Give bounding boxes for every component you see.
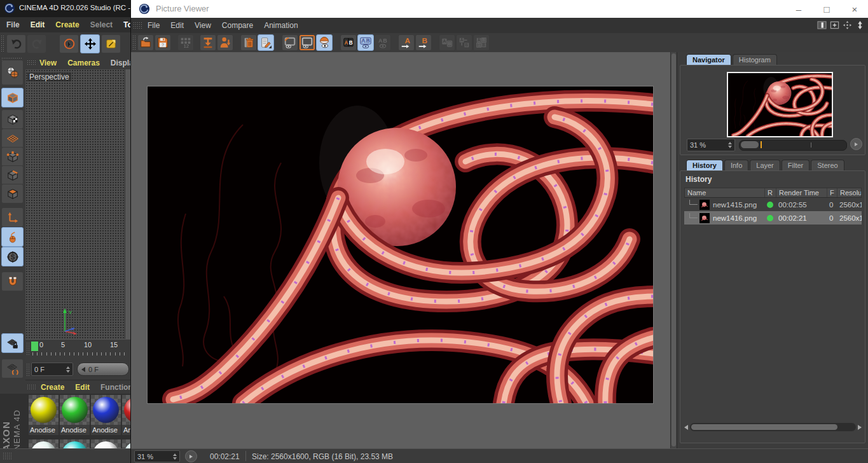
fullscreen-view-button[interactable]	[282, 34, 298, 51]
panel-move-icon[interactable]	[843, 20, 852, 30]
snap-workplane-button[interactable]	[1, 359, 24, 378]
frame-number-field[interactable]: 0 F	[31, 363, 73, 376]
menu-file[interactable]: File	[148, 21, 160, 30]
menu-view[interactable]: View	[195, 21, 211, 30]
menu-create[interactable]: Create	[55, 20, 79, 29]
panel-add-icon[interactable]	[830, 20, 839, 30]
column-header-name[interactable]: Name	[685, 188, 765, 197]
enable-axis-button[interactable]	[1, 207, 24, 227]
hscroll-left-arrow[interactable]	[684, 425, 688, 430]
menu-file[interactable]: File	[6, 20, 20, 29]
minimize-button[interactable]: –	[785, 0, 813, 18]
viewport-menu-grip[interactable]	[27, 60, 36, 66]
menu-edit[interactable]: Edit	[31, 20, 45, 29]
texture-mode-button[interactable]	[1, 109, 24, 129]
toolbar-grip[interactable]	[1, 35, 5, 53]
material-tile[interactable]	[91, 439, 121, 448]
viewport-solo-button[interactable]	[1, 227, 24, 247]
swap-ab-button[interactable]: AB	[439, 34, 455, 51]
pv-toolbar-grip[interactable]	[132, 35, 136, 50]
delete-image-button[interactable]	[240, 34, 257, 51]
pv-titlebar[interactable]: Picture Viewer –□×	[131, 0, 868, 18]
menu-animation[interactable]: Animation	[264, 21, 298, 30]
material-tile[interactable]	[122, 439, 130, 448]
points-mode-button[interactable]	[1, 147, 24, 167]
edit-layers-button[interactable]	[258, 34, 274, 51]
history-hscrollbar[interactable]	[684, 422, 862, 432]
lock-workplane-button[interactable]	[1, 333, 24, 353]
tab-stereo[interactable]: Stereo	[811, 160, 844, 171]
save-image-button[interactable]: ?	[155, 34, 171, 51]
timeline-marker[interactable]	[31, 342, 38, 351]
world-coordinates-button[interactable]	[1, 60, 24, 85]
status-zoom-field[interactable]: 31 %	[134, 450, 180, 462]
workplane-mode-button[interactable]	[1, 128, 24, 148]
menu-select[interactable]: Select	[90, 20, 113, 29]
magnet-tool-button[interactable]	[1, 272, 24, 291]
live-selection-button[interactable]	[59, 34, 79, 53]
timeline-grip[interactable]	[26, 342, 30, 356]
material-tile[interactable]: Anodise	[29, 395, 59, 435]
compare-frame-button[interactable]	[299, 34, 315, 51]
set-image-b-button[interactable]: B	[415, 34, 432, 51]
maximize-button[interactable]: □	[813, 0, 841, 18]
menu-edit[interactable]: Edit	[75, 383, 90, 392]
column-header-resolution[interactable]: Resolution	[837, 188, 861, 197]
enable-snap-button[interactable]: S	[1, 247, 24, 266]
polygons-mode-button[interactable]	[1, 184, 24, 204]
material-tile[interactable]: Anodise	[91, 395, 121, 435]
model-mode-button[interactable]	[1, 88, 24, 107]
link-ab-button[interactable]: AB	[456, 34, 472, 51]
navigator-zoom-field[interactable]: 31 %	[687, 139, 735, 151]
viewport-canvas[interactable]: Perspective Y	[25, 69, 125, 339]
edges-mode-button[interactable]	[1, 165, 24, 185]
compare-ab-wipe-button[interactable]: AB	[357, 34, 374, 51]
scale-tool-button[interactable]	[101, 34, 121, 53]
panel-resize-icon[interactable]	[855, 20, 865, 30]
rendered-image[interactable]	[148, 86, 653, 403]
tab-info[interactable]: Info	[724, 160, 748, 171]
goto-first-image-button[interactable]	[200, 34, 216, 51]
menu-display[interactable]: Display	[111, 59, 130, 67]
compare-ab-button[interactable]: AB	[340, 34, 357, 51]
material-tile[interactable]: Anodise	[60, 395, 90, 435]
timeline-ruler[interactable]: 051015	[25, 339, 130, 359]
move-tool-button[interactable]	[80, 34, 100, 53]
menu-view[interactable]: View	[39, 59, 57, 67]
history-row[interactable]: new1415.png00:02:5502560x1600	[684, 198, 862, 211]
material-tile[interactable]	[29, 439, 59, 448]
sequence-ab-button[interactable]: AB1B	[473, 34, 490, 51]
menu-edit[interactable]: Edit	[170, 21, 184, 30]
hscroll-right-arrow[interactable]	[858, 425, 862, 430]
fields-grip[interactable]	[26, 363, 30, 376]
open-file-button[interactable]	[137, 34, 154, 51]
menu-create[interactable]: Create	[41, 383, 64, 392]
set-image-a-button[interactable]: A	[398, 34, 415, 51]
material-tile[interactable]: Anodise	[122, 395, 130, 435]
tab-navigator[interactable]: Navigator	[686, 54, 731, 66]
material-menu-grip[interactable]	[27, 384, 36, 390]
menu-compare[interactable]: Compare	[222, 21, 253, 30]
statusbar-grip[interactable]	[3, 452, 13, 460]
menu-cameras[interactable]: Cameras	[67, 59, 100, 67]
tab-layer[interactable]: Layer	[750, 160, 780, 171]
menu-tools[interactable]: Tools	[123, 20, 130, 29]
goto-last-image-button[interactable]	[217, 34, 233, 51]
status-play-button[interactable]	[185, 450, 197, 462]
navigator-expand-button[interactable]	[850, 138, 862, 150]
compare-ab-off-button[interactable]: AB	[375, 34, 391, 51]
history-row[interactable]: new1416.png00:02:2102560x1600	[684, 211, 862, 225]
undo-button[interactable]	[6, 34, 26, 53]
playhead-slider[interactable]: 0 F	[77, 363, 129, 376]
material-tile[interactable]	[60, 439, 90, 448]
stereo-view-button[interactable]	[316, 34, 333, 51]
redo-button[interactable]	[27, 34, 46, 53]
viewport-camera-label[interactable]: Perspective	[27, 73, 71, 81]
hscroll-thumb[interactable]	[691, 424, 837, 430]
column-header-r[interactable]: R	[765, 188, 776, 197]
render-settings-button[interactable]: 12	[177, 34, 194, 51]
navigator-thumbnail[interactable]	[727, 72, 833, 137]
navigator-zoom-slider[interactable]	[739, 140, 847, 151]
column-header-f[interactable]: F	[827, 188, 837, 197]
pv-canvas[interactable]	[131, 52, 670, 448]
